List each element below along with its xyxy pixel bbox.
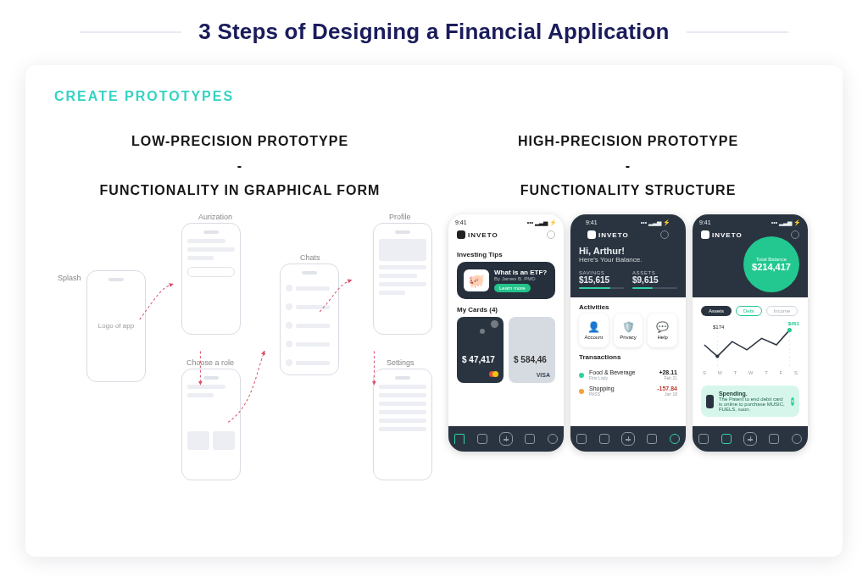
hifi-screen-chart: 9:41••• ▂▃▅ ⚡ INVETO Total Balance $214,… — [693, 214, 808, 452]
bottom-nav — [570, 426, 686, 452]
visa-label: VISA — [537, 372, 550, 378]
card1-amount: $ 47,417 — [462, 355, 495, 364]
flow-label-choose-role: Choose a role — [186, 358, 234, 367]
status-icons: ••• ▂▃▅ ⚡ — [641, 219, 670, 226]
nav-card-icon[interactable] — [721, 434, 732, 444]
mastercard-icon — [489, 371, 498, 378]
nav-bell-icon[interactable] — [525, 434, 535, 444]
tile-privacy-label: Privacy — [620, 335, 637, 340]
nav-add-icon[interactable] — [499, 432, 513, 446]
tile-privacy[interactable]: 🛡️Privacy — [614, 313, 643, 347]
shield-icon: 🛡️ — [622, 321, 635, 333]
tip-title: What is an ETF? — [494, 269, 547, 276]
trans-name: Shopping — [589, 386, 652, 391]
nav-bell-icon[interactable] — [647, 434, 657, 444]
axis-day: S — [703, 370, 706, 375]
right-heading-line1: HIGH-PRECISION PROTOTYPE — [518, 134, 738, 148]
nav-profile-icon[interactable] — [670, 434, 680, 444]
trans-value: -157.84 — [657, 386, 677, 391]
card-icon — [706, 395, 714, 408]
gear-icon — [791, 230, 799, 239]
trans-name: Food & Beverage — [589, 369, 654, 375]
axis-day: W — [748, 370, 754, 375]
nav-home-icon[interactable] — [576, 434, 587, 444]
nav-bell-icon[interactable] — [769, 434, 779, 444]
left-heading-dash: - — [237, 158, 242, 173]
flow-label-chats: Chats — [300, 253, 320, 262]
nav-add-icon[interactable] — [621, 432, 635, 446]
transaction-row: Food & BeverageFirst Lady +28.11Feb 21 — [579, 367, 677, 383]
pill-assets[interactable]: Assets — [701, 306, 732, 316]
axis-day: S — [794, 370, 798, 375]
spending-card: Spending.The Patent to end debit card is… — [701, 386, 799, 417]
piggy-icon: 🐖 — [464, 269, 489, 291]
assets-value: $9,615 — [632, 275, 677, 285]
wireframe-settings — [373, 369, 432, 480]
tile-account[interactable]: 👤Account — [579, 313, 609, 347]
right-heading-dash: - — [626, 158, 631, 173]
assets-label: ASSETS — [632, 270, 677, 275]
nav-profile-icon[interactable] — [548, 434, 558, 444]
spending-title: Spending. — [719, 391, 748, 397]
left-heading-line1: LOW-PRECISION PROTOTYPE — [131, 134, 348, 148]
help-icon: 💬 — [656, 321, 669, 333]
wireframe-choose-role — [181, 369, 241, 480]
axis-day: T — [765, 370, 768, 375]
nav-home-icon[interactable] — [454, 434, 465, 444]
tile-help-label: Help — [658, 335, 668, 340]
badge-value: $214,417 — [752, 262, 791, 272]
flow-label-authorization: Aurization — [198, 213, 232, 221]
section-my-cards: My Cards (4) — [448, 299, 564, 317]
divider-left — [80, 31, 181, 33]
credit-card-dark: $ 47,417 — [457, 317, 504, 383]
brand-name: INVETO — [468, 231, 498, 239]
close-icon[interactable]: × — [791, 397, 794, 406]
credit-card-light: $ 584,46 VISA — [509, 317, 555, 383]
greeting: Hi, Arthur! — [579, 246, 677, 256]
left-heading-line2: FUNCTIONALITY IN GRAPHICAL FORM — [100, 183, 381, 197]
hifi-screen-balance: 9:41••• ▂▃▅ ⚡ INVETO Hi, Arthur! Here's … — [570, 214, 686, 452]
col-high-precision: HIGH-PRECISION PROTOTYPE - FUNCTIONALITY… — [442, 130, 814, 528]
spending-text: The Patent to end debit card is online t… — [719, 397, 785, 412]
trans-sub: First Lady — [589, 375, 654, 380]
pill-income[interactable]: Income — [766, 306, 798, 316]
brand-name: INVETO — [712, 231, 743, 239]
chart-label-low: $174 — [713, 325, 724, 330]
wireframe-profile — [373, 223, 432, 335]
page-title: 3 Steps of Designing a Financial Applica… — [198, 19, 669, 45]
col-low-precision: LOW-PRECISION PROTOTYPE - FUNCTIONALITY … — [54, 130, 426, 528]
right-heading: HIGH-PRECISION PROTOTYPE - FUNCTIONALITY… — [442, 130, 814, 202]
learn-more-button[interactable]: Learn more — [494, 284, 531, 292]
savings-label: SAVINGS — [579, 270, 624, 275]
axis-day: T — [733, 370, 737, 375]
wireframe-splash: Logo of app — [86, 270, 146, 382]
left-heading: LOW-PRECISION PROTOTYPE - FUNCTIONALITY … — [54, 130, 426, 202]
axis-day: F — [780, 370, 783, 375]
nav-add-icon[interactable] — [743, 432, 757, 446]
flow-label-splash: Splash — [58, 274, 81, 282]
chart-label-high: $451 — [788, 321, 799, 326]
sparkline-chart: $174 $451 S M T W — [693, 319, 808, 382]
wireframe-authorization — [181, 223, 241, 335]
trans-value: +28.11 — [659, 369, 677, 375]
nav-card-icon[interactable] — [599, 434, 609, 444]
splash-logo-label: Logo of app — [92, 286, 140, 364]
nav-home-icon[interactable] — [698, 434, 709, 444]
content-card: CREATE PROTOTYPES LOW-PRECISION PROTOTYP… — [25, 65, 843, 557]
status-time: 9:41 — [699, 219, 711, 226]
brand-name: INVETO — [598, 231, 629, 239]
trans-date: Feb 21 — [659, 375, 677, 380]
transaction-row: ShoppingPASS -157.84Jan 18 — [579, 383, 677, 399]
svg-point-2 — [715, 355, 719, 358]
nav-card-icon[interactable] — [477, 434, 487, 444]
total-balance-badge: Total Balance $214,417 — [743, 236, 799, 292]
pill-debt[interactable]: Debt — [736, 306, 762, 316]
tile-account-label: Account — [584, 335, 603, 340]
tile-help[interactable]: 💬Help — [648, 313, 677, 347]
flow-label-profile: Profile — [389, 213, 411, 221]
nav-profile-icon[interactable] — [792, 434, 802, 444]
gear-icon — [547, 230, 555, 239]
trans-sub: PASS — [589, 391, 652, 397]
hifi-screen-tips: 9:41••• ▂▃▅ ⚡ INVETO Investing Tips 🐖 Wh… — [448, 214, 564, 452]
wireframe-chats — [280, 263, 339, 375]
